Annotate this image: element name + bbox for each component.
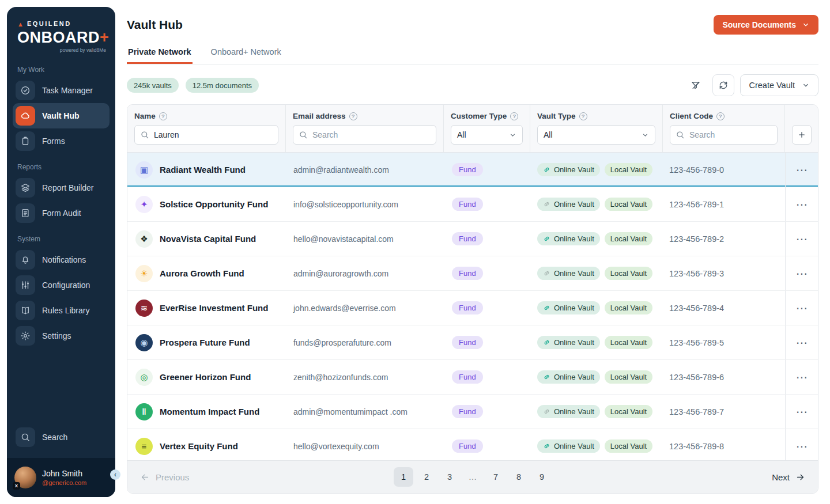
sidebar-item-label: Task Manager [42, 86, 93, 95]
user-avatar [14, 467, 36, 488]
row-menu-button[interactable] [794, 369, 810, 385]
local-vault-badge[interactable]: Local Vault [605, 439, 652, 453]
page-button[interactable]: 8 [509, 467, 529, 487]
page-button[interactable]: 2 [417, 467, 436, 487]
vault-type-select[interactable]: All [537, 125, 655, 145]
fund-name: Radiant Wealth Fund [160, 165, 246, 175]
page-button[interactable]: 1 [394, 467, 413, 487]
name-filter-input[interactable] [134, 125, 278, 145]
sidebar-item-label: Search [42, 433, 67, 442]
online-vault-badge[interactable]: Online Vault [537, 232, 600, 245]
client-code-filter-input[interactable] [670, 125, 778, 145]
add-column-button[interactable] [792, 125, 812, 145]
page-button[interactable]: 9 [532, 467, 552, 487]
online-vault-badge[interactable]: Online Vault [537, 370, 600, 384]
email-filter-input[interactable] [293, 125, 436, 145]
fund-name: Greener Horizon Fund [160, 372, 251, 382]
local-vault-badge[interactable]: Local Vault [605, 198, 652, 211]
page-button[interactable]: 3 [440, 467, 459, 487]
sidebar-item-task-manager[interactable]: Task Manager [13, 78, 110, 103]
row-menu-button[interactable] [794, 438, 810, 454]
vault-table: Name Email address Customer Type [127, 104, 818, 494]
table-row[interactable]: ☀Aurora Growth Fund admin@auroragrowth.c… [127, 256, 818, 291]
local-vault-badge[interactable]: Local Vault [605, 267, 652, 280]
online-vault-badge[interactable]: Online Vault [537, 267, 600, 280]
sidebar-item-notifications[interactable]: Notifications [13, 247, 110, 272]
user-handle: @generico.com [42, 479, 86, 486]
sidebar-item-report-builder[interactable]: Report Builder [13, 175, 110, 200]
table-row[interactable]: ❖NovaVista Capital Fund hello@novavistac… [127, 222, 818, 256]
local-vault-badge[interactable]: Local Vault [605, 405, 652, 418]
search-icon [16, 427, 35, 447]
table-row[interactable]: ≋EverRise Investment Fund john.edwards@e… [127, 291, 818, 325]
create-vault-button[interactable]: Create Vault [740, 74, 818, 96]
previous-page-button[interactable]: Previous [140, 472, 189, 482]
table-row[interactable]: ‖Momentum Impact Fund admin@momentumimpa… [127, 395, 818, 429]
next-page-button[interactable]: Next [772, 472, 805, 482]
help-icon[interactable] [349, 112, 357, 120]
online-vault-badge[interactable]: Online Vault [537, 301, 600, 314]
row-menu-button[interactable] [794, 266, 810, 282]
local-vault-badge[interactable]: Local Vault [605, 232, 652, 245]
product-name-text: ONBOARD [17, 29, 100, 46]
refresh-button[interactable] [712, 74, 734, 96]
online-vault-badge[interactable]: Online Vault [537, 336, 600, 349]
fund-email: funds@prosperafuture.com [286, 338, 444, 347]
row-menu-button[interactable] [794, 335, 810, 351]
customer-type-value: All [457, 130, 466, 139]
local-vault-badge[interactable]: Local Vault [605, 336, 652, 349]
sidebar-collapse-button[interactable] [110, 469, 120, 480]
table-row[interactable]: ◉Prospera Future Fund funds@prosperafutu… [127, 325, 818, 360]
table-row[interactable]: ◎Greener Horizon Fund zenith@hozizonfund… [127, 360, 818, 395]
task-check-icon [16, 81, 35, 100]
help-icon[interactable] [579, 112, 587, 120]
fund-email: john.edwards@everrise.com [286, 304, 444, 313]
fund-avatar: ▣ [135, 161, 153, 179]
help-icon[interactable] [510, 112, 518, 120]
sidebar-item-label: Forms [42, 137, 65, 146]
local-vault-badge[interactable]: Local Vault [605, 301, 652, 314]
table-row[interactable]: ✦Solstice Opportunity Fund info@solstice… [127, 187, 818, 222]
help-icon[interactable] [716, 112, 725, 120]
row-menu-button[interactable] [794, 196, 810, 213]
online-vault-badge[interactable]: Online Vault [537, 405, 600, 418]
chevron-down-icon [802, 21, 810, 29]
page-button[interactable]: 7 [486, 467, 505, 487]
vault-type-value: All [544, 130, 553, 139]
sidebar-item-vault-hub[interactable]: Vault Hub [13, 103, 110, 128]
table-row[interactable]: ≡Vertex Equity Fund hello@vortexequity.c… [127, 429, 818, 460]
client-code: 123-456-789-5 [663, 338, 785, 347]
sidebar-item-configuration[interactable]: Configuration [13, 272, 110, 298]
row-menu-button[interactable] [794, 404, 810, 420]
row-menu-button[interactable] [794, 231, 810, 247]
link-icon [543, 270, 550, 277]
online-vault-label: Online Vault [554, 269, 594, 278]
search-icon [140, 130, 149, 139]
source-documents-button[interactable]: Source Documents [714, 15, 818, 35]
sidebar-item-settings[interactable]: Settings [13, 323, 110, 348]
row-menu-button[interactable] [794, 300, 810, 316]
help-icon[interactable] [159, 112, 167, 120]
sidebar-item-search[interactable]: Search [13, 425, 110, 450]
online-vault-badge[interactable]: Online Vault [537, 198, 600, 211]
online-vault-badge[interactable]: Online Vault [537, 163, 600, 176]
sidebar-item-rules-library[interactable]: Rules Library [13, 298, 110, 323]
fund-email: hello@novavistacapital.com [286, 234, 444, 244]
tab-onboard-network[interactable]: Onboard+ Network [210, 47, 282, 64]
clear-filters-button[interactable] [685, 74, 707, 96]
table-row[interactable]: ▣Radiant Wealth Fund admin@radiantwealth… [127, 153, 818, 187]
tab-private-network[interactable]: Private Network [127, 47, 193, 64]
product-plus: + [100, 29, 109, 46]
refresh-icon [718, 80, 729, 90]
customer-type-select[interactable]: All [451, 125, 523, 145]
sidebar-item-label: Settings [42, 331, 71, 340]
online-vault-badge[interactable]: Online Vault [537, 439, 600, 453]
sidebar-item-form-audit[interactable]: Form Audit [13, 200, 110, 226]
fund-name: Aurora Growth Fund [160, 268, 244, 278]
row-menu-button[interactable] [794, 162, 810, 178]
local-vault-badge[interactable]: Local Vault [605, 163, 652, 176]
local-vault-badge[interactable]: Local Vault [605, 370, 652, 384]
sidebar-item-forms[interactable]: Forms [13, 128, 110, 154]
document-icon [16, 203, 35, 223]
user-profile[interactable]: John Smith @generico.com [7, 458, 115, 497]
